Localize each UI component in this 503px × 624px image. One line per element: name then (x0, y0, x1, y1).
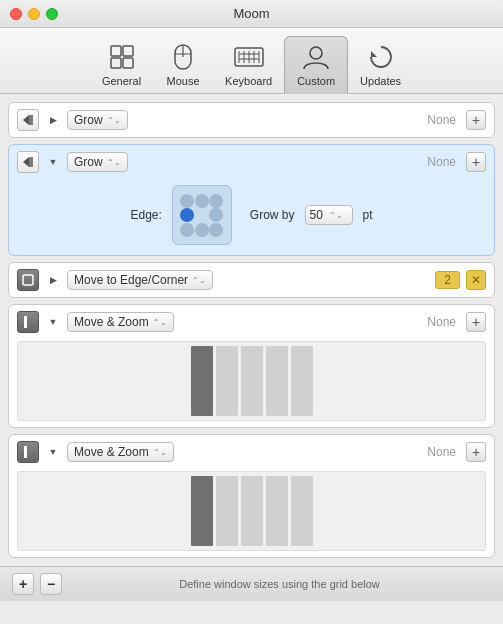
svg-point-15 (310, 47, 322, 59)
row-4-icon (17, 311, 39, 333)
custom-icon (300, 41, 332, 73)
edge-dot-top[interactable] (195, 194, 209, 208)
keyboard-icon (233, 41, 265, 73)
grow-by-dropdown[interactable]: 50 ⌃⌄ (305, 205, 353, 225)
row-2-shortcut: None (427, 155, 460, 169)
pt-label: pt (363, 208, 373, 222)
row-5-header: ▼ Move & Zoom ⌃⌄ None + (17, 441, 486, 463)
row-3-icon (17, 269, 39, 291)
svg-rect-3 (123, 58, 133, 68)
row-1-icon (17, 109, 39, 131)
toolbar-label-mouse: Mouse (167, 75, 200, 87)
svg-rect-23 (23, 275, 33, 285)
row-5-preview (17, 471, 486, 551)
row-2-header: ▼ Grow ⌃⌄ None + (17, 151, 486, 173)
row-5-add-button[interactable]: + (466, 442, 486, 462)
zoom-col-5 (291, 476, 313, 546)
toolbar-label-updates: Updates (360, 75, 401, 87)
edge-label: Edge: (130, 208, 161, 222)
row-5-action-dropdown[interactable]: Move & Zoom ⌃⌄ (67, 442, 174, 462)
row-1-dropdown-arrow: ⌃⌄ (107, 116, 121, 125)
svg-rect-1 (123, 46, 133, 56)
main-content: ▶ Grow ⌃⌄ None + ▼ Grow ⌃⌄ (0, 94, 503, 566)
row-1-action-dropdown[interactable]: Grow ⌃⌄ (67, 110, 128, 130)
bottom-hint: Define window sizes using the grid below (68, 578, 491, 590)
row-5-zoom-grid (191, 476, 313, 546)
row-2-expand[interactable]: ▼ (45, 154, 61, 170)
row-3-action-dropdown[interactable]: Move to Edge/Corner ⌃⌄ (67, 270, 213, 290)
row-5-expand[interactable]: ▼ (45, 444, 61, 460)
row-1-add-button[interactable]: + (466, 110, 486, 130)
edge-dot-topright[interactable] (209, 194, 223, 208)
grow-by-label: Grow by (250, 208, 295, 222)
row-2-add-button[interactable]: + (466, 152, 486, 172)
svg-rect-24 (24, 316, 27, 328)
row-4-header: ▼ Move & Zoom ⌃⌄ None + (17, 311, 486, 333)
row-1-expand[interactable]: ▶ (45, 112, 61, 128)
toolbar-label-general: General (102, 75, 141, 87)
row-1-shortcut: None (427, 113, 460, 127)
maximize-button[interactable] (46, 8, 58, 20)
row-4-add-button[interactable]: + (466, 312, 486, 332)
close-button[interactable] (10, 8, 22, 20)
toolbar-item-custom[interactable]: Custom (284, 36, 348, 94)
row-4-zoom-grid (191, 346, 313, 416)
row-3-close-button[interactable]: ✕ (466, 270, 486, 290)
svg-marker-16 (371, 51, 377, 57)
row-2-action-dropdown[interactable]: Grow ⌃⌄ (67, 152, 128, 172)
row-4-dropdown-arrow: ⌃⌄ (153, 318, 167, 327)
row-4-expand[interactable]: ▼ (45, 314, 61, 330)
add-row-button[interactable]: + (12, 573, 34, 595)
bottom-bar: + − Define window sizes using the grid b… (0, 566, 503, 601)
toolbar-item-keyboard[interactable]: Keyboard (213, 37, 284, 93)
row-4-action-dropdown[interactable]: Move & Zoom ⌃⌄ (67, 312, 174, 332)
zoom-col-3 (241, 346, 263, 416)
toolbar: General Mouse Keyboard (0, 28, 503, 94)
svg-marker-20 (23, 157, 29, 167)
row-2-icon (17, 151, 39, 173)
toolbar-item-general[interactable]: General (90, 37, 153, 93)
mouse-icon (167, 41, 199, 73)
title-bar: Moom (0, 0, 503, 28)
remove-row-button[interactable]: − (40, 573, 62, 595)
toolbar-item-mouse[interactable]: Mouse (153, 37, 213, 93)
zoom-col-5 (291, 346, 313, 416)
svg-rect-0 (111, 46, 121, 56)
svg-marker-17 (23, 115, 29, 125)
zoom-col-4 (266, 476, 288, 546)
row-5-icon (17, 441, 39, 463)
grow-by-arrow: ⌃⌄ (329, 211, 343, 220)
edge-dot-bottomleft[interactable] (180, 223, 194, 237)
row-5-shortcut: None (427, 445, 460, 459)
zoom-col-2 (216, 346, 238, 416)
toolbar-label-keyboard: Keyboard (225, 75, 272, 87)
traffic-lights (10, 8, 58, 20)
edge-dot-topleft[interactable] (180, 194, 194, 208)
svg-rect-2 (111, 58, 121, 68)
row-2-dropdown-arrow: ⌃⌄ (107, 158, 121, 167)
svg-rect-25 (24, 446, 27, 458)
general-icon (106, 41, 138, 73)
row-4: ▼ Move & Zoom ⌃⌄ None + (8, 304, 495, 428)
toolbar-label-custom: Custom (297, 75, 335, 87)
edge-dot-bottom[interactable] (195, 223, 209, 237)
row-2: ▼ Grow ⌃⌄ None + Edge: (8, 144, 495, 256)
row-1-header: ▶ Grow ⌃⌄ None + (17, 109, 486, 131)
row-2-body: Edge: Grow by (17, 181, 486, 249)
row-5: ▼ Move & Zoom ⌃⌄ None + (8, 434, 495, 558)
edge-dot-bottomright[interactable] (209, 223, 223, 237)
updates-icon (365, 41, 397, 73)
zoom-col-1 (191, 476, 213, 546)
row-1: ▶ Grow ⌃⌄ None + (8, 102, 495, 138)
row-3-dropdown-arrow: ⌃⌄ (192, 276, 206, 285)
edge-selector[interactable] (172, 185, 232, 245)
minimize-button[interactable] (28, 8, 40, 20)
toolbar-item-updates[interactable]: Updates (348, 37, 413, 93)
zoom-col-1 (191, 346, 213, 416)
zoom-col-3 (241, 476, 263, 546)
row-3-expand[interactable]: ▶ (45, 272, 61, 288)
zoom-col-4 (266, 346, 288, 416)
row-3-header: ▶ Move to Edge/Corner ⌃⌄ 2 ✕ (17, 269, 486, 291)
edge-dot-left[interactable] (180, 208, 194, 222)
edge-dot-right[interactable] (209, 208, 223, 222)
